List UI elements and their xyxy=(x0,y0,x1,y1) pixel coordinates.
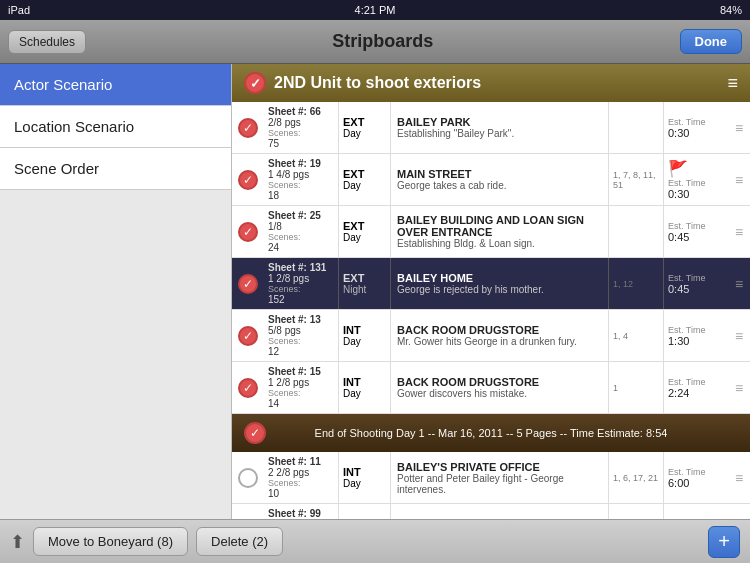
sheet-label: Sheet #: 25 xyxy=(268,210,334,221)
row-info: Sheet #: 131 1 2/8 pgs Scenes: 152 xyxy=(264,258,339,309)
row-description: BAILEY PARK Establishing "Bailey Park". xyxy=(391,102,608,153)
row-checkbox[interactable]: ✓ xyxy=(232,362,264,413)
row-description: MAIN STREET George takes a cab ride. xyxy=(391,154,608,205)
pages-label: 2/8 pgs xyxy=(268,117,334,128)
flag-icon: 🚩 xyxy=(668,159,724,178)
int-ext-label: EXT xyxy=(343,116,364,128)
scenes-num: 18 xyxy=(268,190,334,201)
est-time-value: 0:45 xyxy=(668,283,724,295)
content-area[interactable]: ✓ 2ND Unit to shoot exteriors ≡ ✓ Sheet … xyxy=(232,64,750,563)
sheet-label: Sheet #: 66 xyxy=(268,106,334,117)
menu-icon[interactable]: ≡ xyxy=(727,73,738,94)
check-filled-icon[interactable]: ✓ xyxy=(238,118,258,138)
row-type: EXT Day xyxy=(339,102,391,153)
table-row: ✓ Sheet #: 19 1 4/8 pgs Scenes: 18 EXT D… xyxy=(232,154,750,206)
estimated-time: Est. Time 0:30 xyxy=(663,102,728,153)
row-type: EXT Day xyxy=(339,154,391,205)
sheet-label: Sheet #: 15 xyxy=(268,366,334,377)
row-menu-icon[interactable]: ≡ xyxy=(728,362,750,413)
row-checkbox[interactable]: ✓ xyxy=(232,310,264,361)
battery-label: 84% xyxy=(720,4,742,16)
check-filled-icon[interactable]: ✓ xyxy=(238,274,258,294)
scenes-label: Scenes: xyxy=(268,478,334,488)
est-time-value: 1:30 xyxy=(668,335,724,347)
add-button[interactable]: + xyxy=(708,526,740,558)
day-night-label: Day xyxy=(343,180,361,191)
row-menu-icon[interactable]: ≡ xyxy=(728,310,750,361)
row-checkbox[interactable]: ✓ xyxy=(232,258,264,309)
row-menu-icon[interactable]: ≡ xyxy=(728,258,750,309)
bottom-bar: ⬆ Move to Boneyard (8) Delete (2) + xyxy=(0,519,750,563)
est-label: Est. Time xyxy=(668,117,724,127)
int-ext-label: INT xyxy=(343,324,361,336)
est-time-value: 2:24 xyxy=(668,387,724,399)
est-label: Est. Time xyxy=(668,467,724,477)
time-label: 4:21 PM xyxy=(355,4,396,16)
scenes-num: 14 xyxy=(268,398,334,409)
table-row: ✓ Sheet #: 13 5/8 pgs Scenes: 12 INT Day… xyxy=(232,310,750,362)
row-checkbox[interactable]: ✓ xyxy=(232,206,264,257)
section-header: ✓ 2ND Unit to shoot exteriors ≡ xyxy=(232,64,750,102)
check-filled-icon[interactable]: ✓ xyxy=(238,378,258,398)
table-row: ✓ Sheet #: 131 1 2/8 pgs Scenes: 152 EXT… xyxy=(232,258,750,310)
int-ext-label: EXT xyxy=(343,220,364,232)
scenes-label: Scenes: xyxy=(268,180,334,190)
check-filled-icon[interactable]: ✓ xyxy=(238,222,258,242)
int-ext-label: INT xyxy=(343,466,361,478)
estimated-time: Est. Time 6:00 xyxy=(663,452,728,503)
row-checkbox[interactable]: ✓ xyxy=(232,154,264,205)
sheet-label: Sheet #: 19 xyxy=(268,158,334,169)
day-separator: ✓ End of Shooting Day 1 -- Mar 16, 2011 … xyxy=(232,414,750,452)
scenes-num: 12 xyxy=(268,346,334,357)
delete-button[interactable]: Delete (2) xyxy=(196,527,283,556)
sidebar-item-actor-scenario[interactable]: Actor Scenario xyxy=(0,64,231,106)
sidebar-item-location-scenario[interactable]: Location Scenario xyxy=(0,106,231,148)
est-label: Est. Time xyxy=(668,178,724,188)
row-menu-icon[interactable]: ≡ xyxy=(728,452,750,503)
row-description: BAILEY BUILDING AND LOAN SIGN OVER ENTRA… xyxy=(391,206,608,257)
pages-label: 5/8 pgs xyxy=(268,325,334,336)
done-button[interactable]: Done xyxy=(680,29,743,54)
est-label: Est. Time xyxy=(668,273,724,283)
table-row: ✓ Sheet #: 15 1 2/8 pgs Scenes: 14 INT D… xyxy=(232,362,750,414)
row-checkbox[interactable]: ✓ xyxy=(232,102,264,153)
sheet-label: Sheet #: 13 xyxy=(268,314,334,325)
day-sep-check-icon: ✓ xyxy=(244,422,266,444)
sidebar-item-scene-order[interactable]: Scene Order xyxy=(0,148,231,190)
check-empty-icon[interactable] xyxy=(238,468,258,488)
scene-numbers: 1, 12 xyxy=(608,258,663,309)
row-menu-icon[interactable]: ≡ xyxy=(728,206,750,257)
est-label: Est. Time xyxy=(668,377,724,387)
pages-label: 1 2/8 pgs xyxy=(268,273,334,284)
share-button[interactable]: ⬆ xyxy=(10,531,25,553)
row-info: Sheet #: 13 5/8 pgs Scenes: 12 xyxy=(264,310,339,361)
day-night-label: Day xyxy=(343,478,361,489)
row-menu-icon[interactable]: ≡ xyxy=(728,102,750,153)
description-text: Establishing Bldg. & Loan sign. xyxy=(397,238,602,249)
status-bar: iPad 4:21 PM 84% xyxy=(0,0,750,20)
est-label: Est. Time xyxy=(668,325,724,335)
row-info: Sheet #: 15 1 2/8 pgs Scenes: 14 xyxy=(264,362,339,413)
check-circle-icon: ✓ xyxy=(244,72,266,94)
scenes-label: Scenes: xyxy=(268,284,334,294)
schedules-button[interactable]: Schedules xyxy=(8,30,86,54)
location-label: BAILEY BUILDING AND LOAN SIGN OVER ENTRA… xyxy=(397,214,602,238)
est-label: Est. Time xyxy=(668,221,724,231)
check-filled-icon[interactable]: ✓ xyxy=(238,170,258,190)
sheet-label: Sheet #: 131 xyxy=(268,262,334,273)
move-to-boneyard-button[interactable]: Move to Boneyard (8) xyxy=(33,527,188,556)
row-menu-icon[interactable]: ≡ xyxy=(728,154,750,205)
row-checkbox[interactable] xyxy=(232,452,264,503)
estimated-time: Est. Time 2:24 xyxy=(663,362,728,413)
row-type: INT Day xyxy=(339,310,391,361)
scene-numbers xyxy=(608,206,663,257)
row-type: INT Day xyxy=(339,452,391,503)
description-text: George is rejected by his mother. xyxy=(397,284,602,295)
int-ext-label: EXT xyxy=(343,168,364,180)
row-info: Sheet #: 19 1 4/8 pgs Scenes: 18 xyxy=(264,154,339,205)
row-info: Sheet #: 66 2/8 pgs Scenes: 75 xyxy=(264,102,339,153)
est-time-value: 0:30 xyxy=(668,127,724,139)
location-label: BAILEY HOME xyxy=(397,272,602,284)
sheet-label: Sheet #: 99 xyxy=(268,508,334,519)
check-filled-icon[interactable]: ✓ xyxy=(238,326,258,346)
